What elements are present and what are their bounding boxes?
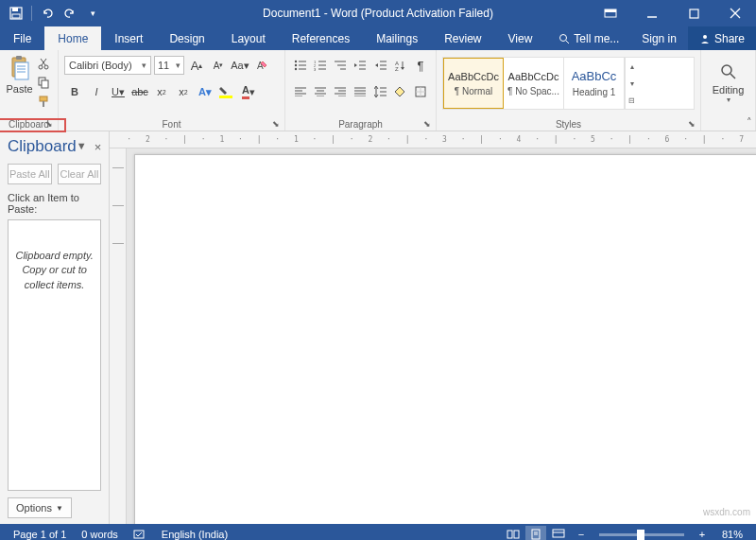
shrink-font-icon[interactable]: A▾ <box>209 56 228 75</box>
style-heading-1[interactable]: AaBbCc Heading 1 <box>564 58 625 109</box>
tab-home[interactable]: Home <box>44 26 101 50</box>
ruler-marks: · 2 · | · 1 · | · 1 · | · 2 · | · 3 · | … <box>127 131 756 148</box>
quick-access-toolbar: ▾ <box>0 3 103 24</box>
pane-close-icon[interactable]: × <box>94 140 102 154</box>
title-bar: ▾ Document1 - Word (Product Activation F… <box>0 0 756 26</box>
bold-icon[interactable]: B <box>64 82 85 101</box>
svg-rect-4 <box>605 9 616 12</box>
zoom-slider[interactable] <box>599 533 684 536</box>
multilevel-list-icon[interactable] <box>331 56 350 75</box>
change-case-icon[interactable]: Aa▾ <box>231 56 249 75</box>
paragraph-launcher-icon[interactable]: ⬊ <box>423 119 433 129</box>
close-icon[interactable] <box>714 0 756 26</box>
zoom-in-icon[interactable]: + <box>692 526 713 540</box>
document-page[interactable] <box>134 154 756 524</box>
align-center-icon[interactable] <box>311 82 330 101</box>
status-bar: Page 1 of 1 0 words English (India) − + … <box>0 524 756 540</box>
svg-point-11 <box>703 35 707 39</box>
grow-font-icon[interactable]: A▴ <box>187 56 206 75</box>
svg-point-30 <box>295 64 297 66</box>
save-icon[interactable] <box>6 3 26 24</box>
zoom-out-icon[interactable]: − <box>571 526 592 540</box>
vertical-ruler[interactable] <box>110 148 127 524</box>
format-painter-icon[interactable] <box>35 93 52 110</box>
tab-layout[interactable]: Layout <box>218 26 279 50</box>
italic-icon[interactable]: I <box>86 82 107 101</box>
view-print-icon[interactable] <box>525 526 546 540</box>
tab-review[interactable]: Review <box>431 26 494 50</box>
align-right-icon[interactable] <box>331 82 350 101</box>
numbering-icon[interactable]: 123 <box>311 56 330 75</box>
window-controls <box>590 0 756 26</box>
tab-mailings[interactable]: Mailings <box>363 26 431 50</box>
copy-icon[interactable] <box>35 74 52 91</box>
styles-more[interactable]: ▴▾⊟ <box>625 58 638 109</box>
font-size-combo[interactable]: 11▾ <box>154 56 184 75</box>
clipboard-options-button[interactable]: Options ▼ <box>8 497 72 518</box>
qat-customize-icon[interactable]: ▾ <box>82 3 103 24</box>
font-color-icon[interactable]: A▾ <box>238 82 259 101</box>
svg-rect-83 <box>553 530 564 537</box>
text-effects-icon[interactable]: A▾ <box>195 82 215 101</box>
maximize-icon[interactable] <box>673 0 714 26</box>
font-name-combo[interactable]: Calibri (Body)▾ <box>64 56 151 75</box>
highlight-icon[interactable] <box>216 82 237 101</box>
body-area: Clipboard ▼ × Paste All Clear All Click … <box>0 131 756 524</box>
shading-icon[interactable] <box>391 82 410 101</box>
styles-launcher-icon[interactable]: ⬊ <box>688 119 697 129</box>
strikethrough-icon[interactable]: abc <box>129 82 150 101</box>
minimize-icon[interactable] <box>631 0 673 26</box>
view-read-icon[interactable] <box>503 526 524 540</box>
line-spacing-icon[interactable] <box>371 82 390 101</box>
sign-in-button[interactable]: Sign in <box>630 26 688 50</box>
justify-icon[interactable] <box>351 82 369 101</box>
tab-design[interactable]: Design <box>156 26 217 50</box>
show-marks-icon[interactable]: ¶ <box>411 56 430 75</box>
decrease-indent-icon[interactable] <box>351 56 369 75</box>
align-left-icon[interactable] <box>291 82 310 101</box>
group-paragraph-label: Paragraph <box>285 119 436 130</box>
share-button[interactable]: Share <box>688 26 756 50</box>
clipboard-launcher-icon[interactable]: ⬊ <box>45 119 55 129</box>
style-no-spacing[interactable]: AaBbCcDc ¶ No Spac... <box>504 58 564 109</box>
tell-me-label: Tell me... <box>574 32 619 45</box>
superscript-icon[interactable]: x2 <box>173 82 194 101</box>
tab-file[interactable]: File <box>0 26 44 50</box>
sort-icon[interactable]: AZ <box>391 56 410 75</box>
subscript-icon[interactable]: x2 <box>151 82 172 101</box>
tell-me-search[interactable]: Tell me... <box>549 26 628 50</box>
clear-all-button[interactable]: Clear All <box>58 164 102 184</box>
paste-all-button[interactable]: Paste All <box>8 164 52 184</box>
paste-button[interactable]: Paste <box>6 53 33 110</box>
pane-options-icon[interactable]: ▼ <box>77 140 87 154</box>
clear-formatting-icon[interactable]: A <box>252 56 271 75</box>
view-web-icon[interactable] <box>548 526 569 540</box>
status-language[interactable]: English (India) <box>154 529 235 540</box>
collapse-ribbon-icon[interactable]: ˄ <box>747 116 752 129</box>
tab-references[interactable]: References <box>279 26 363 50</box>
status-words[interactable]: 0 words <box>74 529 126 540</box>
undo-icon[interactable] <box>37 3 58 24</box>
borders-icon[interactable] <box>411 82 430 101</box>
status-page[interactable]: Page 1 of 1 <box>6 529 74 540</box>
editing-button[interactable]: Editing ▾ <box>707 57 749 110</box>
style-normal[interactable]: AaBbCcDc ¶ Normal <box>443 58 504 109</box>
underline-icon[interactable]: U▾ <box>108 82 129 101</box>
tab-view[interactable]: View <box>495 26 546 50</box>
share-label: Share <box>714 32 745 45</box>
redo-icon[interactable] <box>60 3 80 24</box>
font-launcher-icon[interactable]: ⬊ <box>272 119 282 129</box>
cut-icon[interactable] <box>35 55 52 72</box>
tab-insert[interactable]: Insert <box>101 26 156 50</box>
zoom-level[interactable]: 81% <box>714 529 750 540</box>
horizontal-ruler[interactable]: · 2 · | · 1 · | · 1 · | · 2 · | · 3 · | … <box>110 131 756 148</box>
ribbon-display-icon[interactable] <box>590 0 631 26</box>
clipboard-hint: Click an Item to Paste: <box>0 190 109 217</box>
zoom-thumb[interactable] <box>637 530 644 540</box>
increase-indent-icon[interactable] <box>371 56 390 75</box>
status-proofing-icon[interactable] <box>126 529 154 540</box>
page-viewport[interactable] <box>127 148 756 524</box>
bullets-icon[interactable] <box>291 56 310 75</box>
styles-gallery: AaBbCcDc ¶ Normal AaBbCcDc ¶ No Spac... … <box>442 57 695 110</box>
svg-rect-27 <box>219 96 232 98</box>
